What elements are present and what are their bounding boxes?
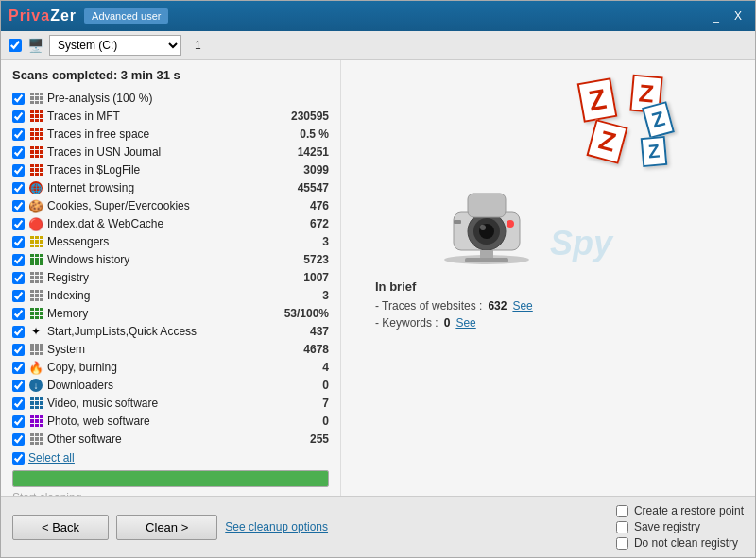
- keywords-see-link[interactable]: See: [455, 316, 475, 330]
- minimize-button[interactable]: _: [707, 8, 725, 25]
- item-label: Copy, burning: [47, 361, 278, 374]
- item-label: Pre-analysis (100 %): [47, 92, 278, 105]
- item-checkbox[interactable]: [12, 344, 25, 356]
- drive-dropdown[interactable]: System (C:): [49, 35, 181, 56]
- item-checkbox[interactable]: [12, 326, 25, 338]
- close-button[interactable]: X: [729, 8, 747, 25]
- select-all-row: Select all: [12, 451, 329, 465]
- item-label: Traces in $LogFile: [47, 163, 278, 177]
- list-item: Traces in free space 0.5 %: [12, 126, 329, 143]
- item-label: Downloaders: [47, 379, 278, 392]
- z-letter-1: Z: [576, 77, 617, 123]
- select-all-checkbox[interactable]: [12, 452, 25, 465]
- select-all-link[interactable]: Select all: [28, 451, 75, 465]
- svg-point-9: [507, 220, 514, 228]
- inbrief-title: In brief: [375, 279, 740, 294]
- item-count: 4: [282, 361, 329, 374]
- item-label: System: [47, 343, 278, 356]
- traces-see-link[interactable]: See: [512, 299, 532, 313]
- item-label: Registry: [47, 271, 278, 284]
- item-checkbox[interactable]: [12, 290, 25, 302]
- item-label: Cookies, Super/Evercookies: [47, 199, 278, 212]
- item-checkbox[interactable]: [12, 182, 25, 194]
- item-label: Internet browsing: [47, 181, 278, 194]
- logo-zer: Zer: [50, 8, 77, 24]
- list-item: Windows history 5723: [12, 251, 329, 268]
- item-checkbox[interactable]: [12, 110, 25, 123]
- svg-rect-6: [468, 194, 506, 217]
- start-icon: ✦: [28, 324, 43, 339]
- item-checkbox[interactable]: [12, 362, 25, 374]
- item-count: 14251: [282, 145, 329, 159]
- cookie-icon: 🍪: [28, 198, 43, 213]
- other-icon: [28, 431, 43, 447]
- item-checkbox[interactable]: [12, 254, 25, 266]
- do-not-clean-label: Do not clean registry: [634, 536, 738, 550]
- list-item: Messengers 3: [12, 233, 329, 250]
- traces-count: 632: [488, 299, 507, 313]
- item-count: 0.5 %: [282, 127, 329, 141]
- item-checkbox[interactable]: [12, 433, 25, 446]
- list-item: ↓ Downloaders 0: [12, 377, 329, 394]
- item-checkbox[interactable]: [12, 218, 25, 230]
- left-panel: Scans completed: 3 min 31 s Pre-analysis…: [1, 60, 341, 496]
- item-checkbox[interactable]: [12, 164, 25, 177]
- item-icon: [28, 91, 43, 106]
- messenger-icon: [28, 234, 43, 249]
- item-checkbox[interactable]: [12, 415, 25, 428]
- item-label: Traces in USN Journal: [47, 145, 278, 159]
- item-checkbox[interactable]: [12, 236, 25, 248]
- item-count: 0: [282, 379, 329, 392]
- item-checkbox[interactable]: [12, 93, 25, 105]
- list-item: ✦ Start,JumpLists,Quick Access 437: [12, 323, 329, 340]
- history-icon: [28, 252, 43, 267]
- item-label: Start,JumpLists,Quick Access: [47, 325, 278, 338]
- item-label: Indexing: [47, 289, 278, 302]
- keywords-row: - Keywords : 0 See: [375, 316, 740, 330]
- footer: < Back Clean > See cleanup options Creat…: [1, 496, 755, 557]
- registry-icon: [28, 270, 43, 285]
- item-label: Photo, web software: [47, 414, 278, 428]
- keywords-count: 0: [444, 316, 451, 330]
- item-checkbox[interactable]: [12, 380, 25, 392]
- item-count: 53/100%: [282, 307, 329, 320]
- save-registry-checkbox[interactable]: [616, 521, 628, 533]
- svg-point-5: [480, 225, 486, 230]
- item-count: 0: [282, 414, 329, 428]
- back-button[interactable]: < Back: [12, 515, 109, 540]
- do-not-clean-checkbox[interactable]: [616, 537, 628, 550]
- list-item: 🌐 Internet browsing 45547: [12, 179, 329, 196]
- svg-rect-10: [454, 220, 461, 224]
- list-item: Traces in MFT 230595: [12, 108, 329, 125]
- drive-icon: 🖥️: [27, 38, 43, 53]
- item-checkbox[interactable]: [12, 308, 25, 320]
- create-restore-row: Create a restore point: [616, 504, 744, 517]
- item-count: 4678: [282, 343, 329, 356]
- list-item: Traces in USN Journal 14251: [12, 144, 329, 161]
- see-cleanup-link[interactable]: See cleanup options: [225, 520, 609, 533]
- item-icon: [28, 109, 43, 124]
- item-checkbox[interactable]: [12, 200, 25, 212]
- clean-button[interactable]: Clean >: [116, 515, 217, 540]
- photo-icon: [28, 414, 43, 429]
- item-checkbox[interactable]: [12, 272, 25, 284]
- indexing-icon: [28, 288, 43, 303]
- scan-title: Scans completed: 3 min 31 s: [12, 68, 329, 82]
- item-checkbox[interactable]: [12, 128, 25, 141]
- create-restore-checkbox[interactable]: [616, 505, 628, 517]
- z-letter-5: Z: [640, 136, 667, 167]
- item-count: 3099: [282, 163, 329, 177]
- download-icon: ↓: [28, 378, 43, 393]
- item-count: 672: [282, 217, 329, 230]
- drive-checkbox[interactable]: [9, 39, 22, 52]
- main-window: PrivaZer Advanced user _ X 🖥️ System (C:…: [0, 0, 756, 558]
- system-icon: [28, 342, 43, 357]
- list-item: 🔴 Index.dat & WebCache 672: [12, 215, 329, 232]
- titlebar: PrivaZer Advanced user _ X: [1, 1, 755, 31]
- progress-bar-inner: [13, 471, 328, 486]
- item-checkbox[interactable]: [12, 146, 25, 159]
- item-checkbox[interactable]: [12, 397, 25, 410]
- keywords-label: - Keywords :: [375, 316, 438, 330]
- item-count: 7: [282, 397, 329, 410]
- item-label: Other software: [47, 432, 278, 446]
